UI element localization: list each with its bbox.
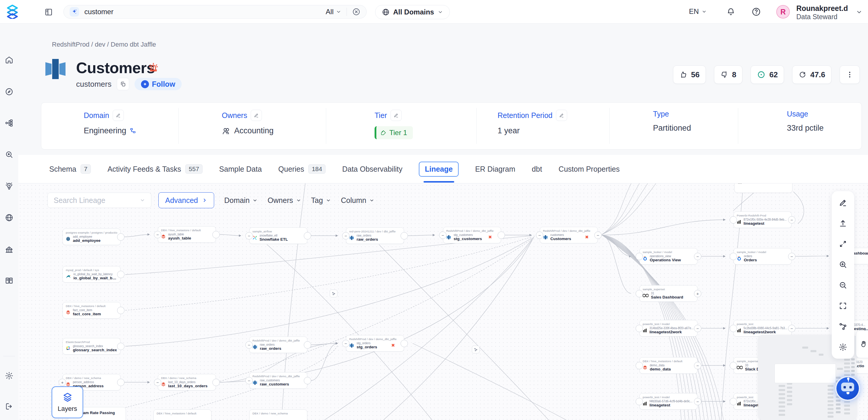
- tab-queries[interactable]: Queries184: [278, 164, 326, 174]
- global-search[interactable]: customer All: [63, 5, 367, 19]
- stat-target-button[interactable]: 62: [751, 65, 784, 84]
- lineage-node-dbx_part_b[interactable]: DBX / demo / new_schema: [249, 409, 307, 420]
- node-port-left[interactable]: −: [342, 232, 349, 239]
- lineage-canvas[interactable]: postgres-example / postgres / production…: [18, 183, 868, 420]
- edit-pencil-icon[interactable]: [113, 110, 124, 121]
- lineage-node-l2w_a[interactable]: powerbi_test / model314bd25e-339f-4bea-8…: [640, 320, 698, 336]
- process-node-icon[interactable]: [472, 346, 479, 353]
- language-dropdown[interactable]: EN: [689, 7, 707, 16]
- lineage-node-snowflake_etl[interactable]: sample_airflowsnowflake_etlSnowflake ETL…: [249, 228, 307, 244]
- lineage-node-raw_orders_bot[interactable]: RedshiftProd / dev / demo_dbt_jaffleraw_…: [249, 336, 307, 353]
- lineage-search-input[interactable]: Search Lineage: [48, 192, 151, 208]
- avatar[interactable]: R: [776, 5, 790, 19]
- node-port-left[interactable]: −: [536, 232, 543, 239]
- tab-schema[interactable]: Schema7: [49, 164, 91, 174]
- node-port-right[interactable]: −: [788, 253, 796, 260]
- lineage-node-fact_core[interactable]: DBX / hive_metastore / defaultfact_core_…: [63, 302, 121, 319]
- chat-assistant-button[interactable]: [835, 376, 860, 401]
- node-port-left[interactable]: [636, 325, 643, 332]
- follow-button[interactable]: ✦ Follow: [134, 78, 182, 90]
- tool-upload-icon[interactable]: [838, 219, 847, 228]
- edit-pencil-icon[interactable]: [556, 110, 567, 121]
- node-port-left[interactable]: +: [59, 379, 66, 386]
- sidebar-item-workflow[interactable]: [5, 119, 13, 127]
- node-port-right[interactable]: −: [694, 325, 701, 332]
- layers-button[interactable]: Layers: [52, 386, 83, 418]
- lineage-node-io_global[interactable]: mysql_prod / default / sysio_global_by_w…: [63, 266, 121, 282]
- lineage-node-stg_customers[interactable]: RedshiftProd / dev / demo_dbt_jafflestg_…: [443, 227, 501, 243]
- sidebar-item-insights[interactable]: [5, 182, 13, 190]
- user-menu-chevron-icon[interactable]: [856, 9, 862, 16]
- lineage-node-operations_view[interactable]: sample_looker / modeloperations_viewOper…: [640, 248, 698, 265]
- tab-sample-data[interactable]: Sample Data: [219, 165, 262, 173]
- lineage-node-orders[interactable]: sample_looker / modelordersOrders−: [734, 248, 792, 265]
- metadata-label[interactable]: Retention Period: [498, 111, 552, 120]
- lineage-node-omone[interactable]: omone: [734, 183, 793, 193]
- lineage-node-stg_orders[interactable]: RedshiftProd / dev / demo_dbt_jafflestg_…: [346, 335, 404, 352]
- sidebar-item-settings[interactable]: [5, 371, 13, 380]
- tab-lineage[interactable]: Lineage: [419, 162, 458, 177]
- filter-tag-dropdown[interactable]: Tag: [311, 196, 331, 205]
- tab-er-diagram[interactable]: ER Diagram: [475, 165, 515, 173]
- node-port-right[interactable]: [401, 340, 408, 347]
- node-port-right[interactable]: [304, 377, 311, 384]
- tool-zoom-out-icon[interactable]: [838, 281, 847, 290]
- search-scope-dropdown[interactable]: All: [326, 8, 341, 16]
- metadata-label[interactable]: Domain: [84, 111, 109, 120]
- lineage-node-customers[interactable]: RedshiftProd / dev / demo_dbt_jafflecust…: [540, 227, 598, 243]
- node-port-left[interactable]: −: [342, 340, 349, 347]
- node-port-right[interactable]: [304, 232, 311, 239]
- node-port-left[interactable]: [730, 362, 737, 369]
- node-port-left[interactable]: −: [245, 377, 253, 384]
- node-port-right[interactable]: −: [694, 253, 701, 260]
- lineage-node-raw_customers[interactable]: RedshiftProd / dev / demo_dbt_jaffleraw_…: [249, 372, 307, 389]
- tab-dbt[interactable]: dbt: [532, 165, 542, 173]
- lineage-node-dbx_part_a[interactable]: DBX / hive_metastore / default: [153, 409, 212, 420]
- copy-icon[interactable]: [117, 78, 129, 90]
- help-icon[interactable]: [751, 7, 761, 17]
- node-port-right[interactable]: [401, 232, 408, 239]
- tool-fit-icon[interactable]: [838, 239, 847, 248]
- node-port-left[interactable]: −: [154, 379, 161, 386]
- stat-kebab-button[interactable]: [840, 65, 860, 84]
- node-port-right[interactable]: [117, 233, 124, 241]
- stat-thumbs-down-button[interactable]: 8: [714, 65, 742, 84]
- filter-column-dropdown[interactable]: Column: [341, 196, 374, 205]
- sidebar-item-discover[interactable]: [5, 150, 13, 159]
- search-input[interactable]: customer: [84, 8, 320, 16]
- tool-route-icon[interactable]: [838, 322, 847, 331]
- atlan-logo-icon[interactable]: [5, 5, 20, 19]
- alert-siren-icon[interactable]: [148, 61, 159, 73]
- metadata-label[interactable]: Tier: [375, 111, 387, 120]
- lineage-node-lt_bot_a[interactable]: powerbi_test / modelf4fd30a6-57d6-4cf9-b…: [640, 393, 698, 410]
- all-domains-dropdown[interactable]: All Domains: [375, 5, 450, 19]
- stat-refresh-button[interactable]: 47.6: [792, 65, 831, 84]
- notifications-bell-icon[interactable]: [726, 7, 736, 17]
- sidebar-item-home[interactable]: [5, 55, 13, 64]
- filter-domain-dropdown[interactable]: Domain: [224, 196, 257, 205]
- lineage-node-add_employee[interactable]: postgres-example / postgres / production…: [63, 229, 121, 245]
- node-port-right[interactable]: −: [788, 325, 796, 332]
- lineage-node-l2w_b[interactable]: powerbi_test5c2bd38b-6980-44c5-9a81-7b3.…: [734, 320, 792, 336]
- sidebar-item-globe[interactable]: [5, 213, 13, 222]
- node-port-left[interactable]: −: [154, 231, 161, 238]
- node-port-right[interactable]: [117, 271, 124, 278]
- node-port-right[interactable]: [212, 231, 220, 238]
- node-port-right[interactable]: [304, 341, 311, 349]
- clear-search-icon[interactable]: [352, 8, 361, 16]
- edit-pencil-icon[interactable]: [391, 110, 402, 121]
- node-port-left[interactable]: −: [439, 232, 446, 239]
- stat-thumbs-up-button[interactable]: 56: [673, 65, 706, 84]
- sidebar-item-compass[interactable]: [5, 87, 13, 96]
- node-port-left[interactable]: [636, 362, 643, 369]
- minimap-viewport[interactable]: [775, 364, 836, 383]
- lineage-node-lineagetest_top[interactable]: Powerbi-Redshift-Prod872e1f0c-500e-4e28-…: [734, 211, 792, 228]
- tool-fullscreen-icon[interactable]: [838, 301, 847, 310]
- tab-activity-feeds-tasks[interactable]: Activity Feeds & Tasks557: [107, 164, 203, 174]
- tier-badge[interactable]: Tier 1: [375, 126, 413, 139]
- lineage-node-ayush_table[interactable]: DBX / hive_metastore / defaultayush_tabl…: [158, 226, 216, 243]
- filter-owners-dropdown[interactable]: Owners: [268, 196, 301, 205]
- lineage-node-demo_data[interactable]: DBX / hive_metastore / defaultdemo_datad…: [640, 357, 698, 374]
- node-port-right[interactable]: −: [694, 362, 701, 369]
- node-port-left[interactable]: [636, 290, 643, 297]
